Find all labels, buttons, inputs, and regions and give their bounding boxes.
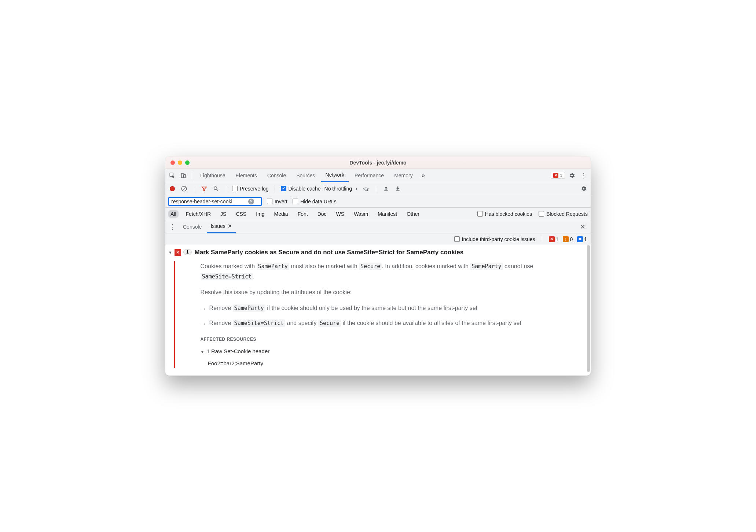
checkbox-icon xyxy=(477,211,483,217)
network-settings-icon[interactable] xyxy=(580,185,588,193)
record-button[interactable] xyxy=(168,185,176,193)
issue-error-icon: ✕ xyxy=(175,249,181,256)
blocked-requests-checkbox[interactable]: Blocked Requests xyxy=(539,211,588,217)
preserve-log-label: Preserve log xyxy=(240,186,269,192)
code-secure: Secure xyxy=(318,319,341,327)
scrollbar[interactable] xyxy=(587,245,590,372)
checkbox-icon xyxy=(293,199,298,204)
error-count-badge[interactable]: ✕ 1 xyxy=(551,172,565,179)
main-tab-strip: Lighthouse Elements Console Sources Netw… xyxy=(165,169,591,182)
tab-console[interactable]: Console xyxy=(263,169,290,182)
drawer-menu-icon[interactable]: ⋮ xyxy=(168,223,176,231)
clear-filter-icon[interactable]: ✕ xyxy=(248,199,254,204)
tab-elements[interactable]: Elements xyxy=(231,169,261,182)
titlebar: DevTools - jec.fyi/demo xyxy=(165,156,591,169)
expand-toggle-icon[interactable]: ▼ xyxy=(168,250,172,255)
tab-sources[interactable]: Sources xyxy=(292,169,319,182)
issue-content: Cookies marked with SameParty must also … xyxy=(174,261,586,368)
include-third-party-checkbox[interactable]: Include third-party cookie issues xyxy=(454,236,535,242)
drawer-tab-issues[interactable]: Issues ✕ xyxy=(207,220,235,233)
svg-point-5 xyxy=(214,186,217,189)
kebab-menu-icon[interactable]: ⋮ xyxy=(579,171,588,180)
issue-panel: ▼ ✕ 1 Mark SameParty cookies as Secure a… xyxy=(165,245,591,376)
separator xyxy=(194,185,194,192)
issue-resolve-text: Resolve this issue by updating the attri… xyxy=(201,287,586,297)
tab-memory[interactable]: Memory xyxy=(390,169,417,182)
filter-icon[interactable] xyxy=(200,185,208,193)
type-media[interactable]: Media xyxy=(272,210,290,218)
expand-toggle-icon[interactable]: ▼ xyxy=(201,348,205,355)
invert-label: Invert xyxy=(275,199,287,204)
disable-cache-checkbox[interactable]: Disable cache xyxy=(281,186,321,192)
drawer-tab-console[interactable]: Console xyxy=(179,220,205,233)
search-icon[interactable] xyxy=(212,185,220,193)
issue-suggestion-2: → Remove SameSite=Strict and specify Sec… xyxy=(201,318,586,329)
info-icon xyxy=(577,236,583,242)
window-title: DevTools - jec.fyi/demo xyxy=(165,160,591,166)
network-toolbar: Preserve log Disable cache No throttling… xyxy=(165,182,591,195)
type-manifest[interactable]: Manifest xyxy=(375,210,399,218)
include-third-party-label: Include third-party cookie issues xyxy=(462,236,535,242)
hide-data-urls-label: Hide data URLs xyxy=(300,199,337,204)
type-css[interactable]: CSS xyxy=(234,210,249,218)
code-sameparty: SameParty xyxy=(470,263,503,270)
checkbox-icon xyxy=(539,211,544,217)
filter-row: ✕ Invert Hide data URLs xyxy=(165,195,591,208)
download-har-icon[interactable] xyxy=(394,185,402,193)
preserve-log-checkbox[interactable]: Preserve log xyxy=(232,186,269,192)
warning-icon: ! xyxy=(563,236,569,242)
issues-toolbar: Include third-party cookie issues ✕ 1 ! … xyxy=(165,233,591,245)
error-icon: ✕ xyxy=(553,173,558,178)
separator xyxy=(542,236,542,243)
type-doc[interactable]: Doc xyxy=(315,210,329,218)
network-conditions-icon[interactable] xyxy=(362,185,370,193)
code-samesite-strict: SameSite=Strict xyxy=(201,273,253,280)
type-fetch-xhr[interactable]: Fetch/XHR xyxy=(184,210,213,218)
error-icon: ✕ xyxy=(549,236,555,242)
settings-gear-icon[interactable] xyxy=(567,171,577,180)
disable-cache-label: Disable cache xyxy=(289,186,321,192)
drawer-tab-issues-label: Issues xyxy=(210,223,225,229)
has-blocked-cookies-checkbox[interactable]: Has blocked cookies xyxy=(477,211,532,217)
issue-suggestion-1: → Remove SameParty if the cookie should … xyxy=(201,303,586,314)
type-img[interactable]: Img xyxy=(254,210,267,218)
dropdown-icon: ▼ xyxy=(355,187,358,191)
code-secure: Secure xyxy=(359,263,382,270)
filter-input[interactable] xyxy=(171,199,248,204)
code-samesite-strict: SameSite=Strict xyxy=(233,319,285,327)
error-issues-count[interactable]: ✕ 1 xyxy=(549,236,559,242)
issue-description: Cookies marked with SameParty must also … xyxy=(201,261,586,368)
type-other[interactable]: Other xyxy=(404,210,422,218)
warning-issues-count[interactable]: ! 0 xyxy=(563,236,573,242)
type-all[interactable]: All xyxy=(168,210,179,218)
issue-occurrence-count: 1 xyxy=(183,249,192,255)
hide-data-urls-checkbox[interactable]: Hide data URLs xyxy=(293,199,337,204)
type-js[interactable]: JS xyxy=(218,210,228,218)
throttling-dropdown[interactable]: No throttling ▼ xyxy=(324,186,358,192)
affected-resource-header[interactable]: ▼ 1 Raw Set-Cookie header xyxy=(201,347,586,356)
tab-performance[interactable]: Performance xyxy=(350,169,388,182)
info-issues-count[interactable]: 1 xyxy=(577,236,587,242)
invert-checkbox[interactable]: Invert xyxy=(267,199,287,204)
blocked-requests-label: Blocked Requests xyxy=(546,211,588,217)
svg-line-6 xyxy=(217,189,218,191)
drawer-close-icon[interactable]: ✕ xyxy=(578,223,588,231)
affected-resources-label: AFFECTED RESOURCES xyxy=(201,336,586,343)
inspect-element-icon[interactable] xyxy=(168,171,177,180)
arrow-icon: → xyxy=(201,319,206,329)
type-ws[interactable]: WS xyxy=(334,210,347,218)
more-tabs-icon[interactable]: » xyxy=(419,171,428,180)
close-tab-icon[interactable]: ✕ xyxy=(228,223,232,229)
svg-line-4 xyxy=(183,187,186,190)
tab-lighthouse[interactable]: Lighthouse xyxy=(196,169,230,182)
device-toolbar-icon[interactable] xyxy=(179,171,188,180)
type-wasm[interactable]: Wasm xyxy=(352,210,370,218)
clear-button[interactable] xyxy=(180,185,188,193)
checkbox-icon xyxy=(267,199,272,204)
upload-har-icon[interactable] xyxy=(382,185,390,193)
throttling-value: No throttling xyxy=(324,186,352,192)
tab-network[interactable]: Network xyxy=(321,169,349,182)
checkbox-checked-icon xyxy=(281,186,286,191)
filter-input-wrapper[interactable]: ✕ xyxy=(168,197,262,206)
type-font[interactable]: Font xyxy=(296,210,310,218)
